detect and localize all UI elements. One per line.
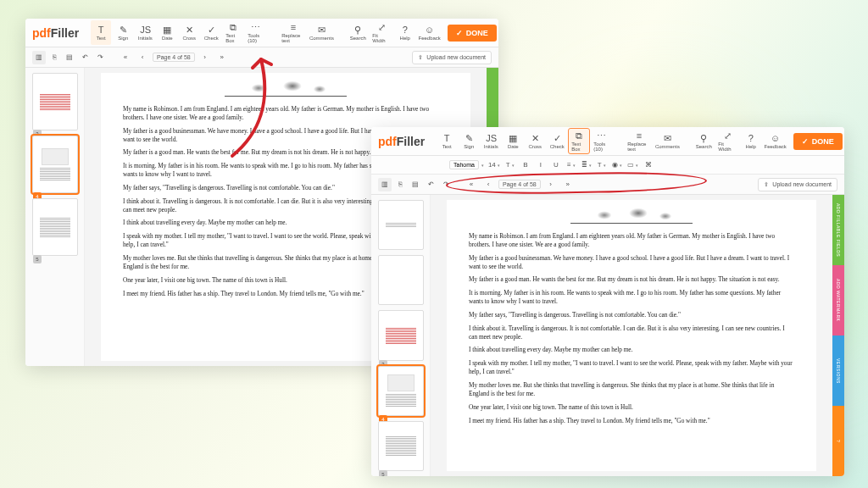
- sign-tool[interactable]: ✎Sign: [459, 129, 479, 153]
- sheet-button[interactable]: ▥: [32, 51, 46, 64]
- undo-button[interactable]: ↶: [78, 51, 92, 64]
- feedback-tool[interactable]: ☺Feedback: [417, 20, 442, 45]
- sign-tool[interactable]: ✎Sign: [113, 20, 133, 45]
- replace-tool[interactable]: ≡Replace text: [279, 20, 307, 45]
- tool-label: Sign: [464, 144, 474, 149]
- rail-watermark[interactable]: ADD WATERMARK: [832, 265, 844, 336]
- format-align[interactable]: ≡: [565, 158, 578, 172]
- upload-icon: ⇪: [418, 54, 423, 61]
- fitwidth-tool[interactable]: ⤢Fit Width: [370, 20, 392, 45]
- page-nav-fwd[interactable]: ›: [198, 51, 212, 64]
- tool-label: Replace text: [627, 141, 650, 152]
- redo-button[interactable]: ↷: [93, 51, 107, 64]
- copy-button[interactable]: ⎘: [47, 51, 61, 64]
- upload-icon: ⇪: [764, 181, 769, 188]
- format-lineheight[interactable]: T: [504, 158, 517, 172]
- page-indicator[interactable]: Page 4 of 58: [498, 180, 541, 189]
- feedback-tool[interactable]: ☺Feedback: [763, 129, 788, 153]
- tools-tool[interactable]: ⋯Tools (10): [591, 129, 611, 153]
- rail-versions[interactable]: VERSIONS: [832, 336, 844, 406]
- format-bg[interactable]: ▭: [626, 158, 640, 172]
- help-tool[interactable]: ?Help: [395, 20, 415, 45]
- page-thumbnail[interactable]: 5: [378, 421, 424, 471]
- undo-button[interactable]: ↶: [424, 178, 437, 191]
- check-icon: ✓: [206, 25, 216, 35]
- text-icon: T: [96, 25, 106, 35]
- search-tool[interactable]: ⚲Search: [693, 129, 714, 153]
- tool-label: Text Box: [571, 141, 587, 152]
- copy-button[interactable]: ⎘: [393, 178, 407, 191]
- format-bullets[interactable]: ≣: [580, 158, 593, 172]
- tool-label: Date: [162, 36, 173, 41]
- thumbnail-panel[interactable]: 345: [25, 68, 85, 366]
- font-family-select[interactable]: Tahoma: [449, 160, 479, 169]
- textbox-tool[interactable]: ⧉Text Box: [223, 20, 243, 45]
- format-color[interactable]: ◉: [610, 158, 624, 172]
- page-nav-prev[interactable]: «: [465, 178, 478, 191]
- text-format-toolbar: Tahoma ▾ 14TBIU≡≣T◉▭⌘: [371, 156, 844, 175]
- search-tool[interactable]: ⚲Search: [348, 20, 368, 45]
- feedback-icon: ☺: [425, 25, 435, 35]
- initials-tool[interactable]: JSInitials: [481, 129, 501, 153]
- page-thumbnail[interactable]: [378, 200, 424, 250]
- paragraph: I speak with my mother. I tell my mother…: [469, 359, 794, 376]
- pages-button[interactable]: ▤: [63, 51, 76, 64]
- brand-logo: pdfFiller: [378, 135, 425, 148]
- page-thumbnail[interactable]: 4: [378, 366, 424, 416]
- textbox-tool[interactable]: ⧉Text Box: [569, 129, 589, 153]
- cross-tool[interactable]: ✕Cross: [179, 20, 199, 45]
- page-indicator[interactable]: Page 4 of 58: [153, 53, 195, 62]
- page-thumbnail[interactable]: [378, 255, 424, 305]
- page-nav-last[interactable]: »: [215, 51, 229, 64]
- redo-button[interactable]: ↷: [439, 178, 453, 191]
- rail-fillable-fields[interactable]: ADD FILLABLE FIELDS: [832, 195, 844, 265]
- paragraph: I think about it. Travelling is dangerou…: [469, 324, 794, 341]
- upload-new-document-button[interactable]: ⇪Upload new document: [412, 51, 492, 64]
- comments-tool[interactable]: ✉Comments: [655, 129, 681, 153]
- format-link[interactable]: ⌘: [642, 158, 655, 172]
- paragraph: My father is a good man. He wants the be…: [469, 275, 794, 284]
- fitwidth-tool[interactable]: ⤢Fit Width: [715, 129, 738, 153]
- cross-tool[interactable]: ✕Cross: [525, 129, 545, 153]
- date-tool[interactable]: ▦Date: [503, 129, 523, 153]
- page-nav-prev[interactable]: «: [119, 51, 132, 64]
- check-tool[interactable]: ✓Check: [201, 20, 221, 45]
- page-thumbnail[interactable]: 4: [32, 136, 78, 193]
- topbar: pdfFiller TText✎SignJSInitials▦Date✕Cros…: [25, 19, 498, 47]
- help-tool[interactable]: ?Help: [741, 129, 761, 153]
- paragraph: One year later, I visit one big town. Th…: [469, 403, 794, 412]
- done-button[interactable]: ✓DONE: [793, 133, 843, 150]
- initials-tool[interactable]: JSInitials: [135, 20, 155, 45]
- format-underline[interactable]: U: [549, 158, 563, 172]
- date-tool[interactable]: ▦Date: [157, 20, 177, 45]
- paragraph: I meet my friend. His father has a ship.…: [469, 417, 794, 425]
- page-nav-last[interactable]: »: [561, 178, 575, 191]
- page-thumbnail[interactable]: 3: [32, 73, 78, 130]
- tool-label: Date: [508, 144, 519, 149]
- paragraph: It is morning. My father is in his room.…: [469, 289, 794, 306]
- pages-button[interactable]: ▤: [409, 178, 422, 191]
- thumbnail-panel[interactable]: 345: [371, 195, 431, 476]
- comments-tool[interactable]: ✉Comments: [309, 20, 335, 45]
- format-bold[interactable]: B: [519, 158, 532, 172]
- tools-tool[interactable]: ⋯Tools (10): [245, 20, 265, 45]
- sheet-button[interactable]: ▥: [378, 178, 392, 191]
- page-nav-back[interactable]: ‹: [136, 51, 149, 64]
- replace-tool[interactable]: ≡Replace text: [625, 129, 653, 153]
- document-area[interactable]: My name is Robinson. I am from England. …: [431, 195, 832, 476]
- format-italic[interactable]: I: [534, 158, 548, 172]
- upload-new-document-button[interactable]: ⇪Upload new document: [758, 178, 837, 191]
- text-tool[interactable]: TText: [91, 20, 111, 45]
- page-thumbnail[interactable]: 5: [32, 198, 78, 256]
- page-nav-back[interactable]: ‹: [481, 178, 495, 191]
- done-button[interactable]: ✓DONE: [448, 25, 497, 42]
- page-nav-fwd[interactable]: ›: [544, 178, 558, 191]
- page-thumbnail[interactable]: 3: [378, 310, 424, 360]
- rail-help[interactable]: ?: [832, 406, 844, 476]
- check-tool[interactable]: ✓Check: [547, 129, 567, 153]
- format-case[interactable]: T: [595, 158, 609, 172]
- text-tool[interactable]: TText: [437, 129, 457, 153]
- tool-label: Check: [550, 144, 565, 149]
- format-fontsize[interactable]: 14: [487, 158, 502, 172]
- paragraph: My name is Robinson. I am from England. …: [123, 105, 448, 122]
